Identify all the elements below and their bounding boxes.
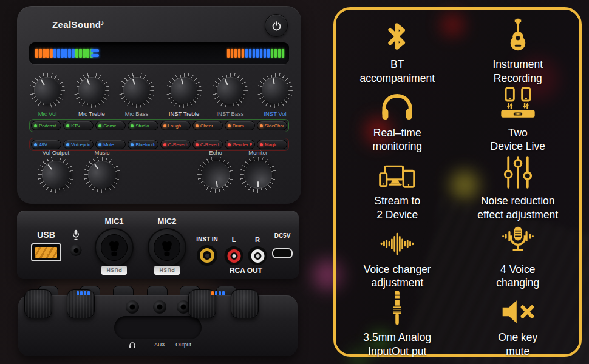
mute-speaker-icon (500, 290, 536, 325)
pause-icon (91, 49, 99, 59)
feature-label: Voice changer adjustment (364, 263, 431, 291)
aux-label: AUX (154, 342, 165, 348)
feature-one-key-mute: One key mute (458, 290, 579, 359)
rca-left-jack (225, 246, 243, 265)
knob-label: INST Treble (169, 110, 200, 117)
led-dot-icon (228, 124, 231, 127)
left-channel-label: L (232, 236, 236, 243)
preset-button: Game (95, 121, 126, 130)
feature-realtime-monitoring: Real–time monitoring (337, 86, 458, 154)
music-knob (84, 157, 120, 193)
led-dot-icon (98, 124, 101, 127)
mic-vol-knob (30, 73, 65, 108)
knob-label: Mic Treble (78, 110, 105, 117)
rca-out-label: RCA OUT (230, 266, 262, 275)
headphone-jack (126, 300, 139, 314)
two-device-live-icon (499, 86, 537, 121)
preset-button: Laugh (160, 121, 191, 130)
feature-stream-to-2-device: Stream to 2 Device (337, 153, 458, 222)
feature-label: Real–time monitoring (372, 126, 422, 154)
mixer-top-panel: ZealSound♪ Mic Vol Mic Treble Mic Bass I… (17, 6, 301, 204)
front-led-strip (77, 291, 90, 295)
right-channel-label: R (255, 236, 260, 243)
music-note-icon: ♪ (100, 18, 104, 27)
bluetooth-icon (381, 17, 413, 52)
led-dot-icon (34, 143, 37, 146)
power-button (265, 14, 288, 37)
preset-button: Podcast (31, 121, 61, 130)
led-dot-icon (228, 143, 231, 146)
mic2-combo-jack (148, 228, 186, 267)
multi-device-icon (379, 153, 415, 189)
feature-label: Noise reduction effect adjustment (477, 194, 558, 222)
effect-button: Bluetooth (128, 140, 158, 149)
microphone-icon (501, 222, 535, 257)
usb-port (31, 243, 61, 261)
knob-label: INST Bass (216, 110, 243, 117)
effect-button: Voiceprior (63, 140, 94, 149)
headphone-icon (129, 342, 136, 348)
preset-button: Drum (225, 121, 255, 130)
feature-two-device-live: Two Device Live (458, 86, 579, 154)
feature-label: Instrument Recording (492, 58, 543, 86)
feature-voice-changer: Voice changer adjustment (337, 222, 458, 291)
jack-recess (114, 316, 202, 339)
front-panel-view: AUX Output (18, 295, 298, 356)
effect-button: Gender Bend (225, 140, 255, 149)
inst-vol-knob (257, 73, 293, 108)
brand-logo: ZealSound♪ (52, 19, 105, 30)
mic-bass-knob (119, 73, 154, 108)
echo-knob (197, 157, 234, 193)
push-tab: PUSH (154, 266, 180, 275)
inst-in-label: INST IN (196, 236, 218, 243)
led-dot-icon (98, 143, 101, 146)
feature-4-voice-changing: 4 Voice changing (458, 222, 579, 291)
headphones-icon (380, 86, 414, 121)
knob-label: Mic Vol (38, 110, 57, 117)
led-dot-icon (260, 143, 263, 146)
mic-treble-knob (74, 73, 109, 108)
feature-label: Stream to 2 Device (374, 194, 420, 222)
knob-label: Mic Bass (125, 110, 149, 117)
led-dot-icon (131, 124, 134, 127)
effect-button: C-Reverb1 (160, 140, 191, 149)
feature-35mm-analog-io: 3.5mm Analog InputOut put (337, 290, 458, 359)
jack-plug-icon (390, 290, 404, 325)
feature-label: One key mute (498, 331, 537, 359)
preset-button: SideChan (257, 121, 287, 130)
knob-label: INST Vol (264, 110, 286, 117)
inst-in-rca-jack (197, 245, 217, 266)
features-panel: BT accompaniment Instrument Recording (333, 7, 582, 357)
sliders-icon (503, 153, 533, 189)
rear-io-panel: USB MIC1 PUSH MIC2 PUSH INST IN L R RCA … (17, 211, 299, 279)
knob-label: Echo (209, 149, 222, 156)
effect-button: Magic (257, 140, 287, 149)
feature-label: BT accompaniment (359, 58, 435, 86)
feature-label: 3.5mm Analog InputOut put (363, 331, 431, 359)
mic1-combo-jack (95, 228, 134, 267)
mic2-label: MIC2 (157, 217, 176, 226)
mic-35mm-jack (70, 244, 82, 256)
inst-bass-knob (213, 73, 248, 108)
front-knob (231, 289, 259, 318)
waveform-icon (380, 222, 414, 257)
aux-jack (153, 300, 166, 314)
led-dot-icon (196, 124, 199, 127)
monitor-knob (240, 157, 276, 193)
vol-output-knob (38, 157, 74, 193)
feature-bt-accompaniment: BT accompaniment (337, 17, 458, 86)
led-meter-left (35, 49, 93, 58)
brand-text: ZealSound (52, 19, 101, 30)
feature-label: Two Device Live (491, 126, 545, 154)
led-dot-icon (163, 143, 166, 146)
inst-treble-knob (166, 73, 202, 108)
preset-button: Studio (128, 121, 158, 130)
knob-label: Vol Output (43, 149, 69, 156)
guitar-icon (505, 17, 531, 52)
rca-right-jack (248, 246, 267, 265)
front-led-strip (211, 291, 225, 295)
led-dot-icon (163, 124, 166, 127)
led-meter-right (227, 49, 285, 58)
led-dot-icon (131, 143, 134, 146)
usb-label: USB (37, 230, 55, 240)
